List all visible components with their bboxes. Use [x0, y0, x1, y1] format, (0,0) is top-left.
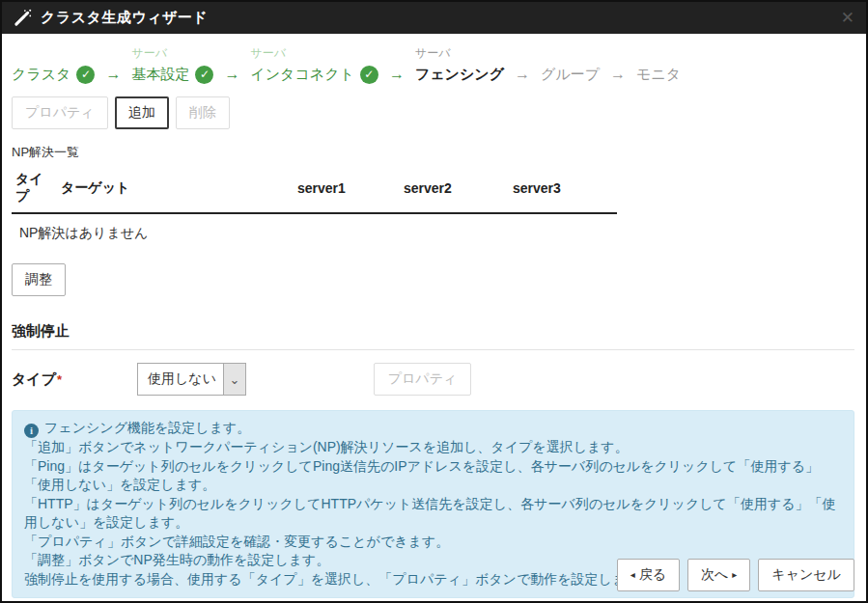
magic-wand-icon: [14, 9, 33, 28]
np-table-header-row: タイプ ターゲット server1 server2 server3: [12, 165, 617, 213]
step-label: モニタ: [636, 65, 681, 84]
step-label: フェンシング: [415, 65, 504, 84]
chevron-down-icon: ⌄: [223, 364, 245, 395]
check-icon: ✓: [76, 66, 95, 84]
np-empty-row: NP解決はありません: [12, 213, 617, 248]
check-icon: ✓: [195, 66, 213, 84]
np-toolbar: プロパティ 追加 削除: [12, 96, 856, 129]
np-list-caption: NP解決一覧: [12, 144, 856, 161]
step-sublabel: [12, 45, 95, 62]
col-header-server2: server2: [400, 165, 509, 213]
np-resolution-table: タイプ ターゲット server1 server2 server3 NP解決はあ…: [12, 165, 617, 248]
info-line: 「追加」ボタンでネットワークパーティション(NP)解決リソースを追加し、タイプを…: [24, 438, 842, 457]
cancel-button[interactable]: キャンセル: [758, 559, 854, 591]
required-mark: *: [57, 372, 62, 387]
step-interconnect: サーバ インタコネクト ✓: [250, 45, 378, 84]
step-fencing: サーバ フェンシング: [415, 45, 504, 84]
info-line: iフェンシング機能を設定します。: [24, 419, 842, 438]
forced-stop-property-button[interactable]: プロパティ: [374, 363, 471, 396]
delete-button[interactable]: 削除: [176, 96, 230, 129]
col-header-server1: server1: [294, 165, 400, 213]
forced-stop-type-row: タイプ* 使用しない ⌄ プロパティ: [12, 363, 856, 396]
step-label: グループ: [541, 65, 600, 84]
back-button[interactable]: ◂ 戻る: [617, 559, 680, 591]
info-icon: i: [24, 424, 39, 438]
step-sublabel: [636, 45, 681, 62]
property-button[interactable]: プロパティ: [12, 96, 108, 129]
step-cluster: クラスタ ✓: [12, 45, 95, 84]
tune-button[interactable]: 調整: [12, 263, 66, 296]
info-line: 「Ping」はターゲット列のセルをクリックしてPing送信先のIPアドレスを設定…: [24, 457, 842, 495]
info-line: 「HTTP」はターゲット列のセルをクリックしてHTTPパケット送信先を設定し、各…: [24, 495, 842, 533]
info-line: 「プロパティ」ボタンで詳細設定を確認・変更することができます。: [24, 533, 842, 552]
forced-stop-heading: 強制停止: [12, 322, 854, 350]
triangle-left-icon: ◂: [630, 570, 635, 580]
step-basic-settings: サーバ 基本設定 ✓: [131, 45, 213, 84]
triangle-right-icon: ▸: [732, 570, 737, 580]
step-monitor: モニタ: [636, 45, 681, 84]
step-arrow-icon: →: [213, 66, 250, 84]
step-arrow-icon: →: [95, 66, 131, 84]
step-sublabel: [541, 45, 600, 62]
type-select[interactable]: 使用しない ⌄: [137, 363, 246, 396]
check-icon: ✓: [360, 66, 378, 84]
close-icon[interactable]: ✕: [841, 10, 854, 26]
step-sublabel: サーバ: [415, 45, 504, 62]
type-select-value: 使用しない: [138, 364, 223, 395]
titlebar: クラスタ生成ウィザード ✕: [2, 2, 866, 34]
step-arrow-icon: →: [378, 66, 415, 84]
step-sublabel: サーバ: [131, 45, 213, 62]
next-button[interactable]: 次へ ▸: [687, 559, 750, 591]
step-arrow-icon: →: [504, 66, 541, 84]
step-label: クラスタ: [12, 65, 70, 84]
step-group: グループ: [541, 45, 600, 84]
wizard-steps: クラスタ ✓ → サーバ 基本設定 ✓ → サーバ インタコネクト ✓ → サー…: [2, 34, 866, 84]
dialog-title: クラスタ生成ウィザード: [41, 9, 208, 27]
col-header-server3: server3: [509, 165, 617, 213]
col-header-type: タイプ: [12, 165, 57, 213]
step-arrow-icon: →: [600, 66, 636, 84]
add-button[interactable]: 追加: [115, 96, 169, 129]
np-empty-message: NP解決はありません: [12, 213, 617, 248]
step-label: インタコネクト: [250, 65, 353, 84]
step-sublabel: サーバ: [250, 45, 378, 62]
step-label: 基本設定: [131, 65, 189, 84]
type-label: タイプ*: [12, 370, 137, 389]
col-header-target: ターゲット: [57, 165, 294, 213]
cluster-wizard-dialog: クラスタ生成ウィザード ✕ クラスタ ✓ → サーバ 基本設定 ✓ → サーバ …: [0, 0, 868, 603]
footer-buttons: ◂ 戻る 次へ ▸ キャンセル: [617, 559, 854, 591]
